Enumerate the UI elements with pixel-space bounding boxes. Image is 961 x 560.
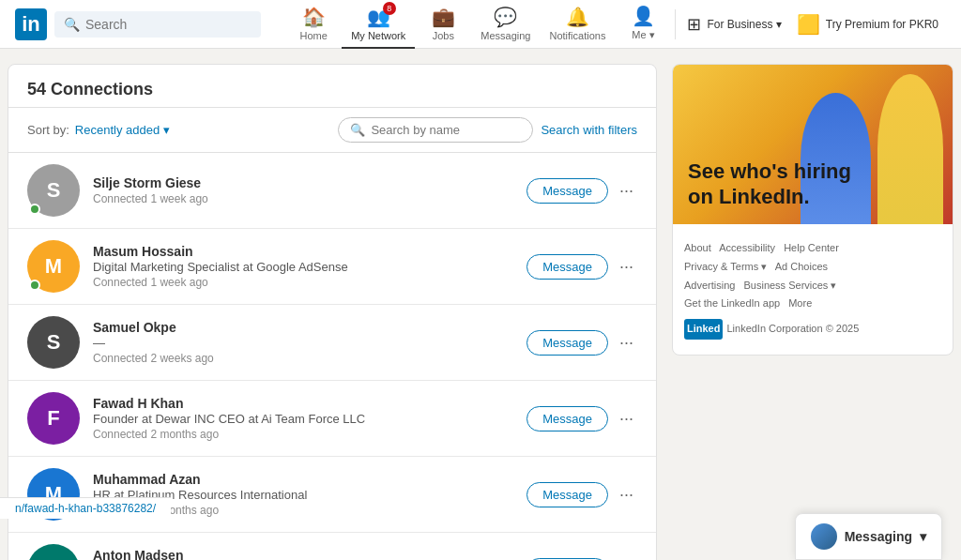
home-icon: 🏠 xyxy=(302,6,326,28)
name-search-input[interactable] xyxy=(371,123,521,137)
search-filters: 🔍 Search with filters xyxy=(338,117,637,143)
connection-time: Connected 2 months ago xyxy=(93,428,513,441)
footer-links-row3: Advertising Business Services ▾ xyxy=(684,277,941,295)
panel-toolbar: Sort by: Recently added ▾ 🔍 Search with … xyxy=(8,108,656,153)
more-options-button[interactable]: ··· xyxy=(616,329,637,356)
nav-item-jobs-label: Jobs xyxy=(433,30,454,41)
nav-item-me[interactable]: 👤 Me ▾ xyxy=(615,0,671,49)
more-options-button[interactable]: ··· xyxy=(616,405,637,432)
connections-count: 54 Connections xyxy=(27,80,637,99)
sort-select[interactable]: Recently added ▾ xyxy=(75,123,170,137)
footer-links-row2: Privacy & Terms ▾ Ad Choices xyxy=(684,258,941,277)
connection-actions: Message ··· xyxy=(526,177,637,204)
nav-divider xyxy=(675,9,676,39)
search-icon: 🔍 xyxy=(350,123,365,137)
connection-item: M Masum Hossain Digital Marketing Specia… xyxy=(8,229,656,305)
connection-info: Fawad H Khan Founder at Dewar INC CEO at… xyxy=(93,396,513,441)
connection-info: Masum Hossain Digital Marketing Speciali… xyxy=(93,244,513,289)
connection-actions: Message ··· xyxy=(526,557,637,561)
connection-actions: Message ··· xyxy=(526,481,637,508)
connection-title: Founder at Dewar INC CEO at Ai Team Forc… xyxy=(93,412,513,426)
linkedin-footer-logo: Linked xyxy=(684,319,723,340)
more-options-button[interactable]: ··· xyxy=(616,177,637,204)
ad-person-shape2 xyxy=(877,74,943,224)
footer-link-advertising[interactable]: Advertising xyxy=(684,280,735,291)
more-options-button[interactable]: ··· xyxy=(616,557,637,561)
nav-item-notifications[interactable]: 🔔 Notifications xyxy=(540,0,615,49)
chevron-down-icon: ▾ xyxy=(163,123,170,137)
more-options-button[interactable]: ··· xyxy=(616,253,637,280)
linkedin-logo[interactable]: in xyxy=(15,8,47,40)
footer-link-help[interactable]: Help Center xyxy=(784,242,839,253)
online-indicator xyxy=(29,280,40,291)
me-avatar-icon: 👤 xyxy=(632,5,655,27)
for-business-label: For Business ▾ xyxy=(707,18,781,31)
search-input[interactable] xyxy=(85,17,252,32)
connections-panel: 54 Connections Sort by: Recently added ▾… xyxy=(8,64,657,560)
nav-item-messaging-label: Messaging xyxy=(480,30,530,41)
messaging-button[interactable]: Messaging ▾ xyxy=(795,513,942,560)
connection-name: Masum Hossain xyxy=(93,244,513,259)
connection-item: S Samuel Okpe — Connected 2 weeks ago Me… xyxy=(8,305,656,381)
more-options-button[interactable]: ··· xyxy=(616,481,637,508)
messaging-label: Messaging xyxy=(845,529,912,544)
nav-item-network-label: My Network xyxy=(351,30,405,41)
footer-link-app[interactable]: Get the LinkedIn app xyxy=(684,297,780,309)
connection-item: M Muhammad Azan HR at Platinum Resources… xyxy=(8,457,656,533)
connection-item: F Fawad H Khan Founder at Dewar INC CEO … xyxy=(8,381,656,457)
footer-link-privacy[interactable]: Privacy & Terms ▾ xyxy=(684,261,767,272)
connection-name: Anton Madsen xyxy=(93,548,513,560)
messaging-avatar xyxy=(811,523,837,550)
avatar-wrap: F xyxy=(27,392,80,445)
right-panel: See who's hiring on LinkedIn. About Acce… xyxy=(672,64,953,560)
nav-item-home-label: Home xyxy=(300,30,328,41)
nav-item-jobs[interactable]: 💼 Jobs xyxy=(415,0,471,49)
nav-for-business[interactable]: ⊞ For Business ▾ xyxy=(679,0,788,49)
message-button[interactable]: Message xyxy=(526,254,608,280)
footer-logo-row: Linked LinkedIn Corporation © 2025 xyxy=(684,319,941,340)
nav-item-messaging[interactable]: 💬 Messaging xyxy=(471,0,540,49)
sort-row: Sort by: Recently added ▾ xyxy=(27,123,170,137)
connection-actions: Message ··· xyxy=(526,253,637,280)
connection-actions: Message ··· xyxy=(526,329,637,356)
nav-item-home[interactable]: 🏠 Home xyxy=(285,0,342,49)
footer-link-accessibility[interactable]: Accessibility xyxy=(719,242,775,253)
footer-link-more[interactable]: More xyxy=(788,297,812,309)
status-bar: n/fawad-h-khan-b33876282/ xyxy=(0,497,171,519)
network-icon: 👥 8 xyxy=(367,6,390,28)
avatar-wrap: M xyxy=(27,240,80,293)
footer-link-about[interactable]: About xyxy=(684,242,711,253)
sort-value: Recently added xyxy=(75,123,160,137)
nav-item-me-label: Me ▾ xyxy=(632,29,654,41)
search-with-filters-btn[interactable]: Search with filters xyxy=(541,123,637,137)
ad-banner: See who's hiring on LinkedIn. About Acce… xyxy=(672,64,953,356)
connection-time: Connected 2 weeks ago xyxy=(93,352,513,365)
nav-item-network[interactable]: 👥 8 My Network xyxy=(342,0,415,49)
ad-banner-image: See who's hiring on LinkedIn. xyxy=(673,65,953,224)
footer-links-row4: Get the LinkedIn app More xyxy=(684,295,941,313)
connection-item: A Anton Madsen Går på Niels Brock Connec… xyxy=(8,533,656,560)
avatar-wrap: A xyxy=(27,544,80,560)
avatar-wrap: S xyxy=(27,316,80,369)
connection-info: Anton Madsen Går på Niels Brock Connecte… xyxy=(93,548,513,560)
footer-link-business[interactable]: Business Services ▾ xyxy=(743,280,836,291)
nav-item-notifications-label: Notifications xyxy=(549,30,605,41)
avatar-wrap: S xyxy=(27,164,80,217)
message-button[interactable]: Message xyxy=(526,178,608,204)
nav-search-box[interactable]: 🔍 xyxy=(54,11,261,38)
topnav: in 🔍 🏠 Home 👥 8 My Network 💼 Jobs 💬 Mess… xyxy=(0,0,961,49)
message-button[interactable]: Message xyxy=(526,406,608,431)
message-button[interactable]: Message xyxy=(526,330,608,356)
main-layout: 54 Connections Sort by: Recently added ▾… xyxy=(0,49,961,560)
jobs-icon: 💼 xyxy=(432,6,455,28)
messaging-icon: 💬 xyxy=(494,6,517,28)
premium-icon: 🟨 xyxy=(797,13,820,36)
chevron-up-icon: ▾ xyxy=(920,529,926,544)
grid-icon: ⊞ xyxy=(687,14,701,35)
nav-premium-btn[interactable]: 🟨 Try Premium for PKR0 xyxy=(789,0,946,49)
footer-links: About Accessibility Help Center Privacy … xyxy=(673,224,953,355)
footer-link-ad-choices[interactable]: Ad Choices xyxy=(775,261,828,272)
message-button[interactable]: Message xyxy=(526,482,608,507)
sort-label: Sort by: xyxy=(27,123,69,137)
name-search-box[interactable]: 🔍 xyxy=(338,117,533,143)
